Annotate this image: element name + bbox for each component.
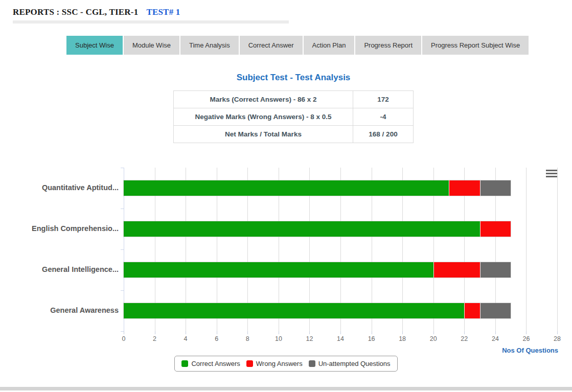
x-tick-label: 12 <box>300 335 318 342</box>
analysis-title: Subject Test - Test Analysis <box>173 73 414 83</box>
marks-row-label: Marks (Correct Answers) - 86 x 2 <box>174 91 353 108</box>
tab-progress-report[interactable]: Progress Report <box>355 36 421 55</box>
chart-legend-wrap: Correct AnswersWrong AnswersUn-attempted… <box>0 356 572 372</box>
x-axis-tick <box>186 331 186 334</box>
legend-label: Correct Answers <box>191 360 240 367</box>
bar-segment-un-attempted-questions[interactable] <box>480 262 511 278</box>
breadcrumb: REPORTS : SSC - CGL, TIER-1TEST# 1 <box>13 7 180 17</box>
bar-segment-correct-answers[interactable] <box>124 262 433 278</box>
x-tick-label: 6 <box>208 335 226 342</box>
legend-label: Wrong Answers <box>256 360 303 367</box>
x-axis-tick <box>124 331 124 334</box>
x-tick-label: 14 <box>331 335 350 342</box>
x-axis-tick <box>464 331 465 334</box>
y-axis-tick <box>121 168 124 168</box>
report-tabs: Subject WiseModule WiseTime AnalysisCorr… <box>66 36 529 55</box>
bar-row-english-comprehensio <box>124 221 511 237</box>
legend-swatch-wrong-answers <box>246 360 253 367</box>
x-axis-tick <box>495 331 496 334</box>
bar-row-general-intelligence <box>124 262 511 278</box>
horizontal-scrollbar[interactable] <box>0 387 572 390</box>
marks-row-value: 168 / 200 <box>353 126 414 143</box>
x-tick-label: 28 <box>548 335 566 342</box>
bar-segment-wrong-answers[interactable] <box>464 303 479 318</box>
x-axis-title: Nos Of Questions <box>502 347 558 354</box>
subject-chart: Nos Of Questions 02468101214161820222426… <box>0 164 572 355</box>
legend-swatch-correct-answers <box>181 360 188 367</box>
grid-line <box>526 168 527 331</box>
bar-segment-correct-answers[interactable] <box>124 221 480 237</box>
x-axis-tick <box>279 331 279 334</box>
bar-row-general-awareness <box>124 303 511 318</box>
x-tick-label: 26 <box>517 335 535 342</box>
marks-row-label: Net Marks / Total Marks <box>174 126 353 143</box>
bar-segment-correct-answers[interactable] <box>124 180 449 196</box>
bar-segment-wrong-answers[interactable] <box>480 221 511 237</box>
x-axis-tick <box>309 331 310 334</box>
category-label-general-awareness: General Awareness <box>0 306 119 314</box>
y-axis-tick <box>121 209 124 209</box>
x-tick-label: 22 <box>455 335 473 342</box>
category-label-general-intelligence: General Intelligence... <box>0 265 119 273</box>
chart-legend: Correct AnswersWrong AnswersUn-attempted… <box>174 356 397 372</box>
x-axis-tick <box>340 331 341 334</box>
y-axis-tick <box>121 249 124 250</box>
table-row: Marks (Correct Answers) - 86 x 2172 <box>174 91 414 108</box>
y-axis-tick <box>121 290 124 291</box>
legend-item-wrong-answers[interactable]: Wrong Answers <box>246 360 303 367</box>
legend-item-un-attempted-questions[interactable]: Un-attempted Questions <box>309 360 391 367</box>
table-row: Negative Marks (Wrong Answers) - 8 x 0.5… <box>174 108 414 126</box>
x-tick-label: 20 <box>424 335 443 342</box>
x-axis-tick <box>526 331 527 334</box>
legend-item-correct-answers[interactable]: Correct Answers <box>181 360 240 367</box>
tab-correct-answer[interactable]: Correct Answer <box>240 36 303 55</box>
x-tick-label: 0 <box>115 335 133 342</box>
page-title: REPORTS : SSC - CGL, TIER-1 <box>13 7 138 17</box>
chart-menu-icon[interactable] <box>546 170 557 179</box>
bar-row-quantitative-aptitud <box>124 180 511 196</box>
bar-segment-wrong-answers[interactable] <box>433 262 480 278</box>
x-axis-tick <box>372 331 372 334</box>
bar-segment-un-attempted-questions[interactable] <box>480 180 511 196</box>
marks-table: Marks (Correct Answers) - 86 x 2172Negat… <box>173 90 414 143</box>
tab-module-wise[interactable]: Module Wise <box>124 36 179 55</box>
reports-page: REPORTS : SSC - CGL, TIER-1TEST# 1 Subje… <box>0 0 572 392</box>
legend-label: Un-attempted Questions <box>318 360 391 367</box>
bar-segment-un-attempted-questions[interactable] <box>480 303 511 318</box>
x-axis-tick <box>217 331 217 334</box>
grid-line <box>557 168 558 331</box>
x-tick-label: 24 <box>486 335 505 342</box>
category-label-quantitative-aptitud: Quantitative Aptitud... <box>0 183 119 192</box>
x-tick-label: 8 <box>238 335 257 342</box>
marks-row-value: 172 <box>353 91 414 108</box>
category-label-english-comprehensio: English Comprehensio... <box>0 224 119 233</box>
marks-row-value: -4 <box>353 108 414 126</box>
tab-action-plan[interactable]: Action Plan <box>304 36 355 55</box>
analysis-section: Subject Test - Test Analysis Marks (Corr… <box>173 73 414 143</box>
x-tick-label: 2 <box>146 335 164 342</box>
x-axis-tick <box>247 331 248 334</box>
tab-subject-wise[interactable]: Subject Wise <box>66 36 123 55</box>
x-axis-tick <box>433 331 434 334</box>
x-tick-label: 10 <box>269 335 288 342</box>
x-tick-label: 16 <box>362 335 381 342</box>
bar-segment-wrong-answers[interactable] <box>449 180 480 196</box>
tab-time-analysis[interactable]: Time Analysis <box>180 36 239 55</box>
x-axis-tick <box>557 331 558 334</box>
marks-row-label: Negative Marks (Wrong Answers) - 8 x 0.5 <box>174 108 353 126</box>
test-number-link[interactable]: TEST# 1 <box>146 7 180 17</box>
x-tick-label: 4 <box>176 335 195 342</box>
y-axis-tick <box>121 331 124 332</box>
x-axis-tick <box>155 331 155 334</box>
x-tick-label: 18 <box>393 335 411 342</box>
header-divider <box>13 20 289 24</box>
x-axis-tick <box>402 331 403 334</box>
tab-progress-report-subject-wise[interactable]: Progress Report Subject Wise <box>422 36 529 55</box>
table-row: Net Marks / Total Marks168 / 200 <box>174 126 414 143</box>
bar-segment-correct-answers[interactable] <box>124 303 464 318</box>
legend-swatch-un-attempted-questions <box>309 360 315 367</box>
